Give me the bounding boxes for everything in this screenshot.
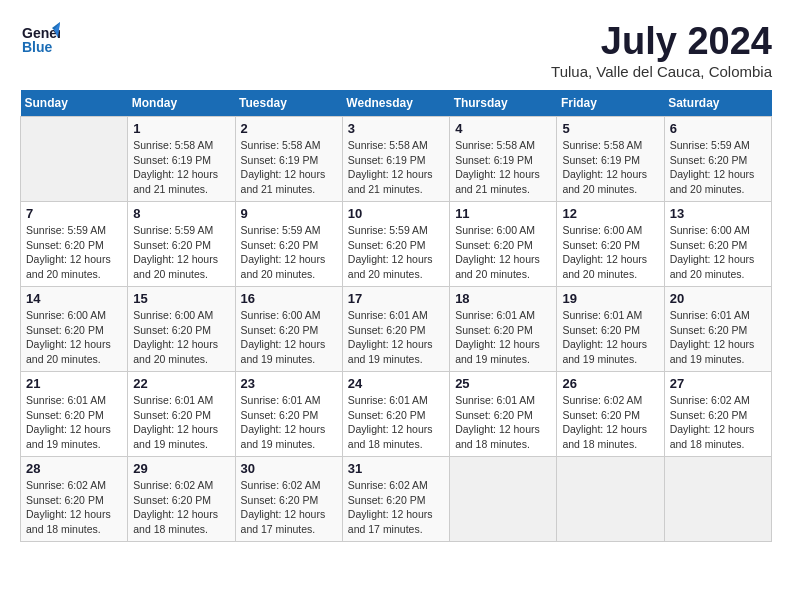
day-info: Sunrise: 5:58 AMSunset: 6:19 PMDaylight:…	[133, 138, 229, 197]
day-info: Sunrise: 5:59 AMSunset: 6:20 PMDaylight:…	[670, 138, 766, 197]
calendar-cell: 19Sunrise: 6:01 AMSunset: 6:20 PMDayligh…	[557, 287, 664, 372]
day-info: Sunrise: 6:01 AMSunset: 6:20 PMDaylight:…	[26, 393, 122, 452]
day-number: 21	[26, 376, 122, 391]
calendar-cell: 14Sunrise: 6:00 AMSunset: 6:20 PMDayligh…	[21, 287, 128, 372]
logo: General Blue	[20, 20, 60, 64]
day-info: Sunrise: 6:01 AMSunset: 6:20 PMDaylight:…	[133, 393, 229, 452]
weekday-header-friday: Friday	[557, 90, 664, 117]
day-info: Sunrise: 6:02 AMSunset: 6:20 PMDaylight:…	[241, 478, 337, 537]
day-info: Sunrise: 6:00 AMSunset: 6:20 PMDaylight:…	[562, 223, 658, 282]
day-number: 14	[26, 291, 122, 306]
weekday-header-thursday: Thursday	[450, 90, 557, 117]
calendar-cell: 22Sunrise: 6:01 AMSunset: 6:20 PMDayligh…	[128, 372, 235, 457]
calendar-cell: 1Sunrise: 5:58 AMSunset: 6:19 PMDaylight…	[128, 117, 235, 202]
calendar-cell: 10Sunrise: 5:59 AMSunset: 6:20 PMDayligh…	[342, 202, 449, 287]
calendar-cell: 28Sunrise: 6:02 AMSunset: 6:20 PMDayligh…	[21, 457, 128, 542]
calendar-cell: 17Sunrise: 6:01 AMSunset: 6:20 PMDayligh…	[342, 287, 449, 372]
calendar-cell: 23Sunrise: 6:01 AMSunset: 6:20 PMDayligh…	[235, 372, 342, 457]
day-info: Sunrise: 6:00 AMSunset: 6:20 PMDaylight:…	[133, 308, 229, 367]
day-number: 13	[670, 206, 766, 221]
day-info: Sunrise: 6:00 AMSunset: 6:20 PMDaylight:…	[670, 223, 766, 282]
day-number: 30	[241, 461, 337, 476]
calendar-cell: 3Sunrise: 5:58 AMSunset: 6:19 PMDaylight…	[342, 117, 449, 202]
day-info: Sunrise: 6:02 AMSunset: 6:20 PMDaylight:…	[562, 393, 658, 452]
day-info: Sunrise: 5:59 AMSunset: 6:20 PMDaylight:…	[26, 223, 122, 282]
calendar-cell: 5Sunrise: 5:58 AMSunset: 6:19 PMDaylight…	[557, 117, 664, 202]
day-number: 7	[26, 206, 122, 221]
weekday-header-wednesday: Wednesday	[342, 90, 449, 117]
calendar-cell: 31Sunrise: 6:02 AMSunset: 6:20 PMDayligh…	[342, 457, 449, 542]
title-section: July 2024 Tulua, Valle del Cauca, Colomb…	[551, 20, 772, 80]
day-info: Sunrise: 6:01 AMSunset: 6:20 PMDaylight:…	[562, 308, 658, 367]
day-info: Sunrise: 5:58 AMSunset: 6:19 PMDaylight:…	[455, 138, 551, 197]
calendar-cell: 30Sunrise: 6:02 AMSunset: 6:20 PMDayligh…	[235, 457, 342, 542]
day-number: 26	[562, 376, 658, 391]
day-number: 16	[241, 291, 337, 306]
calendar-cell: 6Sunrise: 5:59 AMSunset: 6:20 PMDaylight…	[664, 117, 771, 202]
day-number: 25	[455, 376, 551, 391]
day-info: Sunrise: 5:58 AMSunset: 6:19 PMDaylight:…	[348, 138, 444, 197]
day-info: Sunrise: 5:59 AMSunset: 6:20 PMDaylight:…	[348, 223, 444, 282]
calendar-week-4: 21Sunrise: 6:01 AMSunset: 6:20 PMDayligh…	[21, 372, 772, 457]
day-number: 2	[241, 121, 337, 136]
day-info: Sunrise: 6:01 AMSunset: 6:20 PMDaylight:…	[348, 393, 444, 452]
calendar-cell	[21, 117, 128, 202]
calendar-cell: 26Sunrise: 6:02 AMSunset: 6:20 PMDayligh…	[557, 372, 664, 457]
calendar-cell: 21Sunrise: 6:01 AMSunset: 6:20 PMDayligh…	[21, 372, 128, 457]
day-info: Sunrise: 5:58 AMSunset: 6:19 PMDaylight:…	[562, 138, 658, 197]
location-title: Tulua, Valle del Cauca, Colombia	[551, 63, 772, 80]
day-number: 19	[562, 291, 658, 306]
day-number: 17	[348, 291, 444, 306]
day-number: 1	[133, 121, 229, 136]
day-info: Sunrise: 6:00 AMSunset: 6:20 PMDaylight:…	[26, 308, 122, 367]
day-number: 31	[348, 461, 444, 476]
calendar-cell: 16Sunrise: 6:00 AMSunset: 6:20 PMDayligh…	[235, 287, 342, 372]
day-info: Sunrise: 6:02 AMSunset: 6:20 PMDaylight:…	[670, 393, 766, 452]
calendar-cell: 8Sunrise: 5:59 AMSunset: 6:20 PMDaylight…	[128, 202, 235, 287]
calendar-week-5: 28Sunrise: 6:02 AMSunset: 6:20 PMDayligh…	[21, 457, 772, 542]
day-number: 15	[133, 291, 229, 306]
day-number: 12	[562, 206, 658, 221]
day-number: 22	[133, 376, 229, 391]
weekday-header-sunday: Sunday	[21, 90, 128, 117]
page-header: General Blue July 2024 Tulua, Valle del …	[20, 20, 772, 80]
calendar-cell: 7Sunrise: 5:59 AMSunset: 6:20 PMDaylight…	[21, 202, 128, 287]
calendar-cell: 27Sunrise: 6:02 AMSunset: 6:20 PMDayligh…	[664, 372, 771, 457]
calendar-cell: 29Sunrise: 6:02 AMSunset: 6:20 PMDayligh…	[128, 457, 235, 542]
calendar-cell	[557, 457, 664, 542]
day-number: 4	[455, 121, 551, 136]
day-number: 27	[670, 376, 766, 391]
calendar-cell: 25Sunrise: 6:01 AMSunset: 6:20 PMDayligh…	[450, 372, 557, 457]
day-info: Sunrise: 5:59 AMSunset: 6:20 PMDaylight:…	[241, 223, 337, 282]
calendar-cell: 13Sunrise: 6:00 AMSunset: 6:20 PMDayligh…	[664, 202, 771, 287]
day-info: Sunrise: 6:02 AMSunset: 6:20 PMDaylight:…	[26, 478, 122, 537]
calendar-cell: 18Sunrise: 6:01 AMSunset: 6:20 PMDayligh…	[450, 287, 557, 372]
day-number: 20	[670, 291, 766, 306]
day-info: Sunrise: 6:01 AMSunset: 6:20 PMDaylight:…	[455, 393, 551, 452]
svg-text:Blue: Blue	[22, 39, 53, 55]
day-info: Sunrise: 6:01 AMSunset: 6:20 PMDaylight:…	[348, 308, 444, 367]
calendar-cell	[664, 457, 771, 542]
day-number: 28	[26, 461, 122, 476]
weekday-header-monday: Monday	[128, 90, 235, 117]
day-number: 9	[241, 206, 337, 221]
weekday-header-row: SundayMondayTuesdayWednesdayThursdayFrid…	[21, 90, 772, 117]
day-number: 18	[455, 291, 551, 306]
calendar-cell: 12Sunrise: 6:00 AMSunset: 6:20 PMDayligh…	[557, 202, 664, 287]
calendar-cell: 11Sunrise: 6:00 AMSunset: 6:20 PMDayligh…	[450, 202, 557, 287]
calendar-cell: 15Sunrise: 6:00 AMSunset: 6:20 PMDayligh…	[128, 287, 235, 372]
month-title: July 2024	[551, 20, 772, 63]
calendar-week-1: 1Sunrise: 5:58 AMSunset: 6:19 PMDaylight…	[21, 117, 772, 202]
day-info: Sunrise: 6:01 AMSunset: 6:20 PMDaylight:…	[455, 308, 551, 367]
day-info: Sunrise: 6:01 AMSunset: 6:20 PMDaylight:…	[670, 308, 766, 367]
day-info: Sunrise: 6:02 AMSunset: 6:20 PMDaylight:…	[348, 478, 444, 537]
day-number: 8	[133, 206, 229, 221]
logo-icon: General Blue	[20, 20, 60, 64]
calendar-table: SundayMondayTuesdayWednesdayThursdayFrid…	[20, 90, 772, 542]
calendar-cell: 4Sunrise: 5:58 AMSunset: 6:19 PMDaylight…	[450, 117, 557, 202]
calendar-week-3: 14Sunrise: 6:00 AMSunset: 6:20 PMDayligh…	[21, 287, 772, 372]
day-number: 3	[348, 121, 444, 136]
day-info: Sunrise: 5:59 AMSunset: 6:20 PMDaylight:…	[133, 223, 229, 282]
day-number: 29	[133, 461, 229, 476]
calendar-cell: 24Sunrise: 6:01 AMSunset: 6:20 PMDayligh…	[342, 372, 449, 457]
